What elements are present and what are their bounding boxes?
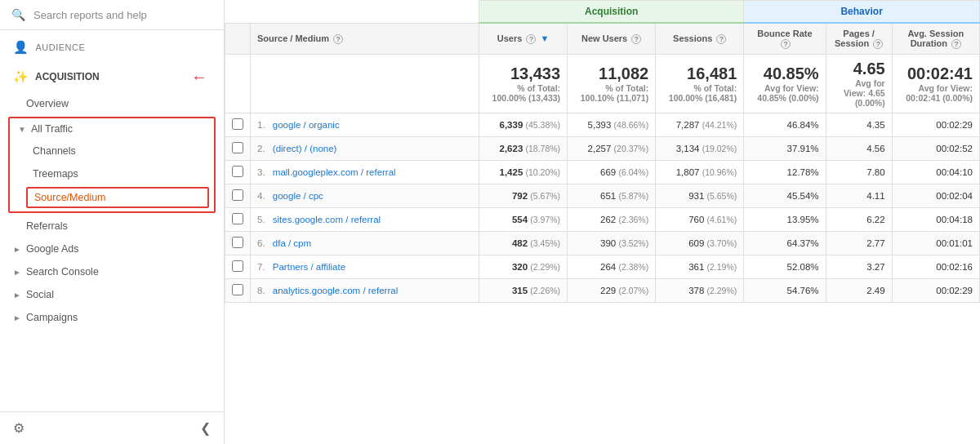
channels-label: Channels [33,145,76,157]
treemaps-label: Treemaps [33,168,78,180]
row-number: 7. [257,262,270,272]
expand-search-console-icon: ► [13,268,21,277]
search-console-label: Search Console [26,266,99,278]
total-pages-session-cell: 4.65 Avg for View: 4.65 (0.00%) [826,55,892,113]
pages-session-header[interactable]: Pages / Session ? [826,23,892,55]
sidebar-item-referrals[interactable]: Referrals [0,215,224,238]
row-checkbox[interactable] [225,113,251,137]
table-row: 2. (direct) / (none) 2,623 (18.78%) 2,25… [225,137,980,161]
row-checkbox[interactable] [225,255,251,279]
collapse-icon[interactable]: ❮ [200,420,211,436]
sidebar-item-treemaps[interactable]: Treemaps [10,162,214,185]
red-arrow-icon: ← [191,68,207,87]
total-sessions-cell: 16,481 % of Total: 100.00% (16,481) [656,55,744,113]
sidebar-item-audience[interactable]: 👤 AUDIENCE [0,33,224,61]
row-new-users: 651 (5.87%) [568,184,656,208]
bounce-rate-help-icon[interactable]: ? [781,39,791,49]
total-bounce-rate-cell: 40.85% Avg for View: 40.85% (0.00%) [744,55,826,113]
checkbox-header [225,23,251,55]
row-new-users: 264 (2.38%) [568,255,656,279]
table-row: 3. mall.googleplex.com / referral 1,425 … [225,161,980,184]
row-number: 3. [257,167,270,177]
bounce-rate-header[interactable]: Bounce Rate ? [744,23,826,55]
sidebar-item-social[interactable]: ► Social [0,283,224,306]
total-label-cell [251,55,479,113]
sidebar-nav: 👤 AUDIENCE ✨ ACQUISITION ← Overview ▼ Al… [0,30,224,411]
users-header[interactable]: Users ? ▼ [479,23,568,55]
settings-icon[interactable]: ⚙ [13,420,24,436]
sidebar-item-source-medium[interactable]: Source/Medium [26,187,209,208]
sidebar: 🔍 Search reports and help 👤 AUDIENCE ✨ A… [0,0,225,444]
row-new-users: 669 (6.04%) [568,161,656,184]
total-checkbox-cell [225,55,251,113]
source-medium-link[interactable]: Partners / affiliate [273,262,345,272]
row-avg-session: 00:01:01 [892,232,979,255]
expand-arrow-icon: ▼ [18,125,26,134]
row-sessions: 361 (2.19%) [656,255,744,279]
table-row: 7. Partners / affiliate 320 (2.29%) 264 … [225,255,980,279]
sidebar-item-campaigns[interactable]: ► Campaigns [0,306,224,329]
users-sort-icon[interactable]: ▼ [540,33,549,43]
row-source: 2. (direct) / (none) [251,137,479,161]
avg-session-header[interactable]: Avg. Session Duration ? [892,23,979,55]
all-traffic-label: All Traffic [31,123,73,135]
row-pages-session: 2.49 [826,279,892,303]
new-users-header[interactable]: New Users ? [568,23,656,55]
source-medium-link[interactable]: sites.google.com / referral [273,215,381,224]
row-users: 320 (2.29%) [479,255,568,279]
row-avg-session: 00:04:18 [892,208,979,232]
row-users: 2,623 (18.78%) [479,137,568,161]
sidebar-item-overview[interactable]: Overview [0,92,224,115]
row-checkbox[interactable] [225,137,251,161]
row-new-users: 262 (2.36%) [568,208,656,232]
source-medium-link[interactable]: (direct) / (none) [273,144,337,153]
row-checkbox[interactable] [225,208,251,232]
pages-session-help-icon[interactable]: ? [873,39,883,49]
row-sessions: 7,287 (44.21%) [656,113,744,137]
row-users: 554 (3.97%) [479,208,568,232]
total-new-users-cell: 11,082 % of Total: 100.10% (11,071) [568,55,656,113]
acquisition-icon: ✨ [13,69,29,84]
sidebar-item-google-ads[interactable]: ► Google Ads [0,238,224,260]
row-source: 3. mall.googleplex.com / referral [251,161,479,184]
row-bounce-rate: 64.37% [744,232,826,255]
source-medium-link[interactable]: analytics.google.com / referral [273,286,398,295]
search-bar[interactable]: 🔍 Search reports and help [0,0,224,30]
row-checkbox[interactable] [225,184,251,208]
row-bounce-rate: 12.78% [744,161,826,184]
sessions-help-icon[interactable]: ? [716,34,726,44]
campaigns-label: Campaigns [26,312,78,323]
expand-google-ads-icon: ► [13,245,21,254]
audience-label: AUDIENCE [36,42,86,52]
sidebar-item-all-traffic[interactable]: ▼ All Traffic [10,118,214,140]
new-users-help-icon[interactable]: ? [631,34,641,44]
audience-icon: 👤 [13,40,29,55]
row-checkbox[interactable] [225,232,251,255]
row-avg-session: 00:04:10 [892,161,979,184]
google-ads-label: Google Ads [26,243,79,255]
avg-session-help-icon[interactable]: ? [951,39,961,49]
source-medium-link[interactable]: google / organic [273,120,340,130]
sidebar-item-channels[interactable]: Channels [10,140,214,162]
source-medium-header[interactable]: Source / Medium ? [251,23,479,55]
sidebar-item-acquisition[interactable]: ✨ ACQUISITION ← [0,61,224,92]
sessions-header[interactable]: Sessions ? [656,23,744,55]
total-avg-session-cell: 00:02:41 Avg for View: 00:02:41 (0.00%) [892,55,979,113]
row-source: 1. google / organic [251,113,479,137]
row-source: 5. sites.google.com / referral [251,208,479,232]
row-number: 2. [257,144,270,153]
row-checkbox[interactable] [225,161,251,184]
row-users: 315 (2.26%) [479,279,568,303]
social-label: Social [26,289,54,300]
row-source: 4. google / cpc [251,184,479,208]
sidebar-item-search-console[interactable]: ► Search Console [0,260,224,283]
acquisition-label: ACQUISITION [35,71,100,82]
source-medium-link[interactable]: google / cpc [273,191,323,201]
source-medium-label: Source/Medium [34,192,106,203]
source-medium-link[interactable]: dfa / cpm [273,238,311,248]
source-medium-link[interactable]: mall.googleplex.com / referral [273,167,396,177]
users-help-icon[interactable]: ? [526,34,536,44]
row-source: 6. dfa / cpm [251,232,479,255]
source-medium-help-icon[interactable]: ? [333,34,343,44]
row-checkbox[interactable] [225,279,251,303]
